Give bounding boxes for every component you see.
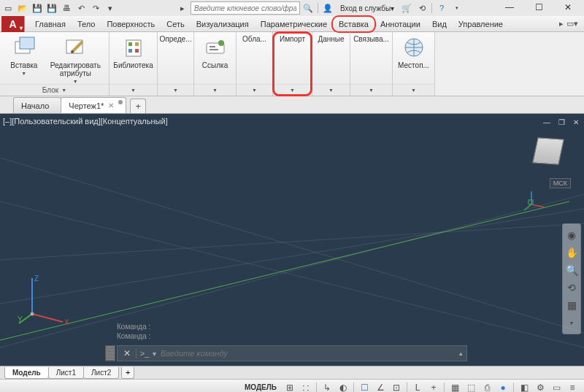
panel-link: Ссылка ▼ — [194, 32, 237, 96]
ribbon: Вставка ▼ Редактировать атрибуты ▼ Блок … — [0, 32, 584, 96]
command-recent-icon[interactable]: ▴ — [455, 350, 466, 357]
isolate-icon[interactable]: ◧ — [517, 381, 531, 393]
snap-icon[interactable]: ⸬ — [299, 381, 313, 393]
tab-surface[interactable]: Поверхность — [101, 16, 161, 32]
modelspace-label[interactable]: МОДЕЛЬ — [245, 383, 277, 391]
panel-bind-footer[interactable]: ▼ — [350, 84, 392, 96]
command-line-close-icon[interactable]: ✕ — [118, 348, 137, 358]
search-dropdown-icon[interactable]: ▸ — [175, 1, 190, 15]
wcs-badge[interactable]: МСК — [550, 178, 571, 188]
panel-bind: Связыва... ▼ — [350, 32, 393, 96]
tab-parametric[interactable]: Параметрические — [255, 16, 333, 32]
clean-screen-icon[interactable]: ▭ — [549, 381, 564, 393]
dynamic-ucs-icon[interactable]: L — [410, 381, 425, 393]
workspace-icon[interactable]: ● — [496, 381, 510, 393]
steering-wheel-icon[interactable]: ◉ — [565, 228, 578, 242]
signin-button[interactable]: Вход в службы ▾ — [336, 1, 399, 15]
print-icon[interactable]: 🖶 — [60, 1, 73, 15]
save-icon[interactable]: 💾 — [31, 1, 44, 15]
redo-icon[interactable]: ↷ — [89, 1, 102, 15]
ribbon-overflow[interactable]: ▸ ▭▾ — [559, 19, 584, 28]
tab-insert[interactable]: Вставка — [333, 16, 374, 32]
viewport[interactable]: [–][Пользовательский вид][Концептуальный… — [0, 114, 584, 366]
panel-import-footer[interactable]: ▼ — [273, 84, 312, 96]
exchange-icon[interactable]: ⟲ — [415, 1, 429, 15]
grid-icon[interactable]: ⊞ — [283, 381, 297, 393]
tab-home[interactable]: Главная — [29, 16, 72, 32]
library-button[interactable]: Библиотека — [114, 34, 153, 82]
svg-line-24 — [32, 314, 63, 322]
orbit-icon[interactable]: ⟲ — [565, 281, 578, 294]
close-tab-icon[interactable]: ✕ — [108, 101, 114, 109]
tab-solid[interactable]: Тело — [72, 16, 101, 32]
doc-tab-start[interactable]: Начало — [13, 97, 61, 113]
add-tab-button[interactable]: + — [130, 99, 146, 113]
panel-geo: Местоп... ▼ — [393, 32, 435, 96]
new-icon[interactable]: ▭ — [1, 1, 15, 15]
panel-link-footer[interactable]: ▼ — [194, 84, 236, 96]
filtering-icon[interactable]: ▦ — [447, 381, 462, 393]
hardware-accel-icon[interactable]: ⚙ — [533, 381, 548, 393]
ucs-triad[interactable]: X Y Z — [18, 274, 69, 325]
search-icon[interactable]: 🔍 — [301, 1, 315, 15]
minimize-button[interactable]: — — [499, 0, 520, 15]
panel-geo-footer[interactable]: ▼ — [393, 84, 434, 96]
tab-view[interactable]: Вид — [426, 16, 453, 32]
view-cube[interactable] — [527, 130, 569, 172]
doc-tab-drawing1[interactable]: Чертеж1* ✕ — [61, 97, 126, 113]
qat-dropdown-icon[interactable]: ▾ — [104, 1, 117, 15]
panel-block: Вставка ▼ Редактировать атрибуты ▼ Блок … — [0, 32, 110, 96]
maximize-button[interactable]: ☐ — [529, 0, 549, 15]
edit-attributes-button[interactable]: Редактировать атрибуты ▼ — [47, 34, 104, 82]
panel-block-title: Блок — [42, 86, 58, 94]
tab-model[interactable]: Модель — [4, 367, 49, 379]
command-line-handle[interactable] — [105, 345, 115, 361]
tab-sheet2[interactable]: Лист2 — [83, 367, 119, 379]
annoscale-icon[interactable]: ⎙ — [480, 381, 494, 393]
panel-data-footer[interactable]: ▼ — [312, 84, 350, 96]
open-icon[interactable]: 📂 — [16, 1, 29, 15]
polar-icon[interactable]: ◐ — [336, 381, 350, 393]
osnap-icon[interactable]: ☐ — [357, 381, 372, 393]
tab-annotate[interactable]: Аннотации — [374, 16, 426, 32]
insert-block-button[interactable]: Вставка ▼ — [4, 34, 44, 82]
svg-point-3 — [71, 50, 74, 53]
search-input[interactable] — [191, 1, 300, 15]
3dosnap-icon[interactable]: ∠ — [373, 381, 388, 393]
cloud-label: Обла... — [242, 35, 266, 43]
help-dropdown-icon[interactable]: ▾ — [450, 1, 464, 15]
geolocation-button[interactable]: Местоп... — [396, 34, 431, 82]
gizmo-icon[interactable]: ⬚ — [464, 381, 478, 393]
panel-library-footer[interactable]: ▼ — [110, 84, 157, 96]
navbar-dropdown-icon[interactable]: ▾ — [565, 316, 578, 329]
otrack-icon[interactable]: ⊡ — [389, 381, 404, 393]
view-cube-face[interactable] — [532, 137, 564, 165]
cmd-history-line-1: Команда : — [117, 322, 150, 331]
pan-icon[interactable]: ✋ — [565, 246, 578, 259]
dynamic-input-icon[interactable]: + — [426, 381, 441, 393]
undo-icon[interactable]: ↶ — [74, 1, 88, 15]
customize-icon[interactable]: ≡ — [565, 381, 580, 393]
tab-mesh[interactable]: Сеть — [161, 16, 190, 32]
cart-icon[interactable]: 🛒 — [399, 1, 414, 15]
panel-define: Опреде... ▼ — [158, 32, 194, 96]
help-icon[interactable]: ? — [434, 1, 449, 15]
app-menu-button[interactable]: A — [1, 16, 25, 32]
ribbon-options-icon[interactable]: ▭▾ — [566, 19, 578, 28]
ortho-icon[interactable]: ↳ — [320, 381, 334, 393]
zoom-icon[interactable]: 🔍 — [565, 264, 578, 277]
tab-visualize[interactable]: Визуализация — [191, 16, 255, 32]
panel-block-footer[interactable]: Блок ▼ — [0, 84, 109, 96]
link-button[interactable]: Ссылка — [199, 34, 231, 82]
panel-define-footer[interactable]: ▼ — [158, 84, 193, 96]
command-input[interactable] — [156, 349, 455, 358]
command-line: ✕ >_ ▾ ▴ — [117, 345, 467, 361]
panel-cloud-footer[interactable]: ▼ — [237, 84, 272, 96]
person-icon[interactable]: 👤 — [320, 1, 335, 15]
close-button[interactable]: ✕ — [558, 0, 578, 15]
add-layout-button[interactable]: + — [121, 367, 134, 379]
showmotion-icon[interactable]: ▦ — [565, 299, 578, 312]
saveas-icon[interactable]: 💾 — [45, 1, 58, 15]
tab-manage[interactable]: Управление — [453, 16, 509, 32]
tab-sheet1[interactable]: Лист1 — [48, 367, 84, 379]
